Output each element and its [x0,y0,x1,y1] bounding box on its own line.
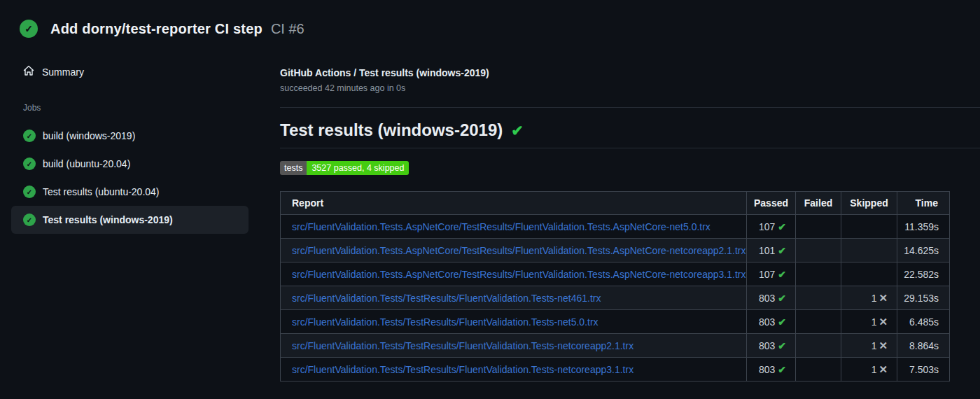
time-cell: 22.582s [897,262,950,286]
failed-cell [796,215,841,239]
table-row: src/FluentValidation.Tests.AspNetCore/Te… [281,239,950,262]
divider [280,148,980,148]
table-row: src/FluentValidation.Tests/TestResults/F… [281,334,950,358]
sidebar-item-summary[interactable]: Summary [11,60,248,84]
report-link[interactable]: src/FluentValidation.Tests.AspNetCore/Te… [292,245,746,256]
passed-check-icon: ✔ [778,293,786,304]
failed-cell [796,310,841,334]
time-cell: 7.503s [897,358,950,382]
job-status-check-circle-icon: ✓ [23,186,36,198]
table-row: src/FluentValidation.Tests/TestResults/F… [281,286,950,310]
passed-check-icon: ✔ [778,340,786,351]
sidebar-job-item[interactable]: ✓Test results (ubuntu-20.04) [11,178,248,206]
sidebar-job-item[interactable]: ✓build (ubuntu-20.04) [11,150,248,178]
failed-cell [796,286,841,310]
passed-cell: 101✔ [747,239,796,262]
table-row: src/FluentValidation.Tests.AspNetCore/Te… [281,215,950,239]
report-cell: src/FluentValidation.Tests.AspNetCore/Te… [281,215,747,239]
jobs-heading: Jobs [11,103,248,113]
report-link[interactable]: src/FluentValidation.Tests/TestResults/F… [292,293,601,304]
column-header-skipped: Skipped [841,192,897,215]
passed-check-icon: ✔ [778,245,786,256]
time-cell: 29.153s [897,286,950,310]
job-label: Test results (windows-2019) [43,214,173,225]
job-label: Test results (ubuntu-20.04) [43,186,160,197]
workflow-run-page: ✓ Add dorny/test-reporter CI step CI #6 … [0,0,980,399]
skipped-cross-icon: ✕ [878,316,888,328]
report-link[interactable]: src/FluentValidation.Tests.AspNetCore/Te… [292,221,710,232]
passed-check-icon: ✔ [778,316,786,328]
passed-cell: 803✔ [747,334,796,358]
run-status-check-circle-icon: ✓ [20,20,38,38]
passed-cell: 803✔ [747,310,796,334]
sidebar-job-item[interactable]: ✓Test results (windows-2019) [11,206,248,234]
tests-badge: tests 3527 passed, 4 skipped [280,161,409,175]
main-content: GitHub Actions / Test results (windows-2… [280,67,980,382]
passed-cell: 803✔ [747,358,796,382]
run-title: Add dorny/test-reporter CI step [50,21,262,37]
check-run-title: GitHub Actions / Test results (windows-2… [280,67,980,78]
home-icon [23,65,34,79]
report-cell: src/FluentValidation.Tests.AspNetCore/Te… [281,239,747,262]
tests-badge-label: tests [280,161,307,175]
report-cell: src/FluentValidation.Tests.AspNetCore/Te… [281,262,747,286]
failed-cell [796,262,841,286]
column-header-time: Time [897,192,950,215]
column-header-passed: Passed [747,192,796,215]
skipped-cross-icon: ✕ [878,292,888,304]
job-label: build (ubuntu-20.04) [43,158,130,169]
report-link[interactable]: src/FluentValidation.Tests/TestResults/F… [292,364,634,375]
passed-cell: 107✔ [747,262,796,286]
skipped-cell [841,239,897,262]
table-row: src/FluentValidation.Tests/TestResults/F… [281,310,950,334]
report-cell: src/FluentValidation.Tests/TestResults/F… [281,310,747,334]
skipped-cell: 1✕ [841,310,897,334]
run-header: ✓ Add dorny/test-reporter CI step CI #6 [20,20,304,38]
passed-cell: 107✔ [747,215,796,239]
test-results-table: Report Passed Failed Skipped Time src/Fl… [280,191,950,382]
report-cell: src/FluentValidation.Tests/TestResults/F… [281,358,747,382]
time-cell: 11.359s [897,215,950,239]
table-header-row: Report Passed Failed Skipped Time [281,192,950,215]
table-row: src/FluentValidation.Tests/TestResults/F… [281,358,950,382]
skipped-cell: 1✕ [841,334,897,358]
failed-cell [796,358,841,382]
sidebar: Summary Jobs ✓build (windows-2019)✓build… [11,60,248,234]
report-link[interactable]: src/FluentValidation.Tests.AspNetCore/Te… [292,269,746,280]
time-cell: 6.485s [897,310,950,334]
skipped-cell [841,215,897,239]
report-link[interactable]: src/FluentValidation.Tests/TestResults/F… [292,340,634,351]
job-status-check-circle-icon: ✓ [23,214,36,226]
passed-cell: 803✔ [747,286,796,310]
skipped-cell [841,262,897,286]
report-cell: src/FluentValidation.Tests/TestResults/F… [281,334,747,358]
skipped-cell: 1✕ [841,286,897,310]
column-header-report: Report [281,192,747,215]
sidebar-job-item[interactable]: ✓build (windows-2019) [11,122,248,150]
section-heading: Test results (windows-2019) ✔ [280,118,980,143]
check-run-status: succeeded 42 minutes ago in 0s [280,83,980,93]
job-status-check-circle-icon: ✓ [23,158,36,170]
section-check-icon: ✔ [511,122,524,139]
time-cell: 8.864s [897,334,950,358]
passed-check-icon: ✔ [778,269,786,280]
table-row: src/FluentValidation.Tests.AspNetCore/Te… [281,262,950,286]
time-cell: 14.625s [897,239,950,262]
report-link[interactable]: src/FluentValidation.Tests/TestResults/F… [292,316,598,328]
table-body: src/FluentValidation.Tests.AspNetCore/Te… [281,215,950,382]
sidebar-summary-label: Summary [42,66,84,78]
skipped-cross-icon: ✕ [878,340,888,351]
column-header-failed: Failed [796,192,841,215]
run-number: CI #6 [271,21,304,37]
failed-cell [796,334,841,358]
section-title: Test results (windows-2019) [280,120,503,140]
failed-cell [796,239,841,262]
skipped-cell: 1✕ [841,358,897,382]
job-label: build (windows-2019) [43,130,135,141]
divider [280,107,980,108]
job-list: ✓build (windows-2019)✓build (ubuntu-20.0… [11,122,248,234]
passed-check-icon: ✔ [778,364,786,375]
job-status-check-circle-icon: ✓ [23,130,36,142]
tests-badge-value: 3527 passed, 4 skipped [307,161,409,175]
skipped-cross-icon: ✕ [878,363,888,375]
